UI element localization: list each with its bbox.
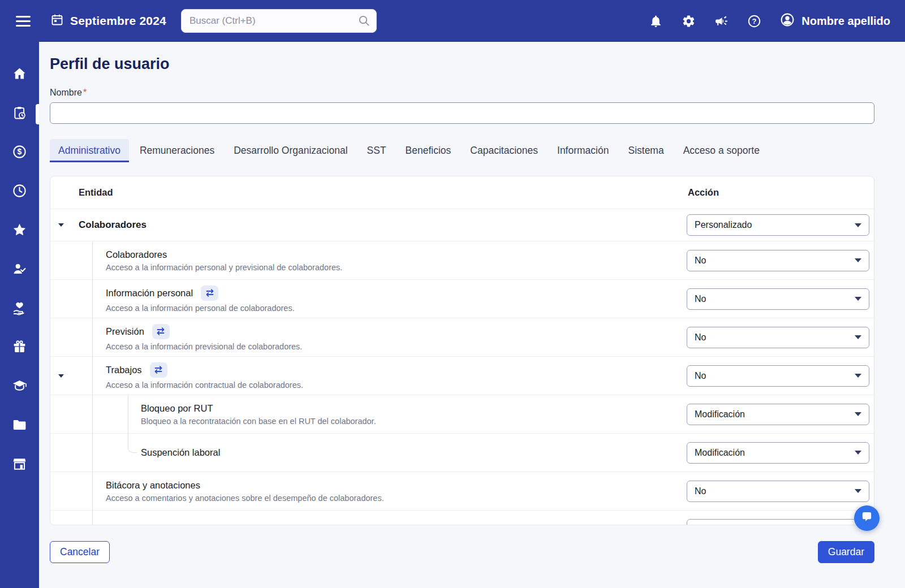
tab-bar: Administrativo Remuneraciones Desarrollo… [50, 139, 874, 162]
sidebar-item-payroll[interactable]: $ [0, 133, 39, 172]
swap-icon[interactable] [150, 362, 167, 378]
row-title: Colaboradores [79, 219, 146, 230]
sidebar-item-benefits[interactable] [0, 289, 39, 328]
table-row: Registro de asistencia [50, 510, 874, 525]
table-row: Previsión Acceso a la información previs… [50, 318, 874, 356]
sidebar: $ [0, 42, 39, 588]
row-title: Bitácora y anotaciones [106, 480, 200, 491]
sidebar-item-home[interactable] [0, 55, 39, 94]
select-caret-icon [855, 335, 861, 339]
table-row: Trabajos Acceso a la información contrac… [50, 356, 874, 395]
time-clock-icon [12, 183, 27, 201]
swap-icon[interactable] [152, 324, 170, 339]
table-row: Colaboradores Acceso a la información pe… [50, 241, 874, 279]
sidebar-item-attendance[interactable] [0, 94, 39, 133]
education-cap-icon [12, 378, 27, 396]
help-icon[interactable]: ? [747, 14, 761, 28]
select-caret-icon [855, 489, 861, 493]
settings-gear-icon[interactable] [682, 14, 696, 28]
table-row: Bitácora y anotaciones Acceso a comentar… [50, 472, 874, 510]
tab-desarrollo-organizacional[interactable]: Desarrollo Organizacional [225, 139, 356, 162]
collaborators-person-check-icon [12, 261, 27, 279]
topbar: Septiembre 2024 ? [0, 0, 905, 42]
search-input[interactable] [181, 9, 377, 33]
sidebar-item-education[interactable] [0, 368, 39, 407]
select-caret-icon [855, 374, 861, 378]
tab-beneficios[interactable]: Beneficios [397, 139, 460, 162]
user-menu[interactable]: Nombre apellido [780, 12, 890, 29]
sidebar-item-gifts[interactable] [0, 328, 39, 368]
notifications-bell-icon[interactable] [649, 14, 663, 28]
table-row: Información personal Acceso a la informa… [50, 279, 874, 318]
action-select[interactable] [687, 519, 869, 525]
chat-launcher[interactable] [854, 505, 880, 531]
action-select[interactable]: No [687, 250, 869, 271]
action-select[interactable]: Modificación [687, 442, 869, 464]
row-description: Acceso a la información previsional de c… [106, 342, 687, 351]
period-label: Septiembre 2024 [70, 14, 166, 28]
name-field-label: Nombre* [50, 88, 874, 98]
select-caret-icon [855, 451, 861, 455]
search-icon [357, 14, 370, 29]
sidebar-item-time[interactable] [0, 172, 39, 211]
tab-sst[interactable]: SST [359, 139, 395, 162]
star-icon [12, 222, 27, 240]
action-select[interactable]: No [687, 327, 869, 348]
tab-sistema[interactable]: Sistema [619, 139, 672, 162]
table-row: Colaboradores Personalizado [50, 209, 874, 241]
name-input[interactable] [50, 102, 874, 124]
tab-informacion[interactable]: Información [549, 139, 617, 162]
expand-chevron-icon[interactable] [58, 223, 64, 227]
row-title: Información personal [106, 288, 193, 299]
tab-capacitaciones[interactable]: Capacitaciones [462, 139, 546, 162]
permissions-table: Entidad Acción Colaboradores Personaliza… [50, 176, 874, 525]
row-title: Bloqueo por RUT [141, 403, 213, 414]
tab-acceso-a-soporte[interactable]: Acceso a soporte [675, 139, 768, 162]
row-description: Bloqueo a la recontratación con base en … [141, 417, 687, 426]
announcements-megaphone-icon[interactable] [714, 14, 729, 28]
row-title: Suspención laboral [141, 447, 220, 457]
chat-bubble-icon [860, 511, 873, 526]
table-row: Bloqueo por RUT Bloqueo a la recontratac… [50, 395, 874, 433]
row-title: Registro de asistencia [106, 523, 197, 525]
row-description: Acceso a la información personal y previ… [106, 263, 687, 272]
row-description: Acceso a la información personal de cola… [106, 304, 687, 313]
sidebar-item-documents[interactable] [0, 407, 39, 446]
action-select[interactable]: No [687, 288, 869, 310]
cancel-button[interactable]: Cancelar [50, 541, 110, 563]
swap-icon[interactable] [201, 286, 218, 301]
main-content: Perfil de usuario Nombre* Administrativo… [39, 42, 905, 588]
tab-remuneraciones[interactable]: Remuneraciones [131, 139, 223, 162]
svg-text:?: ? [752, 17, 757, 25]
page-title: Perfil de usuario [50, 55, 874, 73]
user-name: Nombre apellido [801, 15, 890, 28]
save-button[interactable]: Guardar [818, 541, 874, 563]
period-selector[interactable]: Septiembre 2024 [50, 13, 166, 29]
entity-header: Entidad [50, 187, 687, 198]
sidebar-item-marketplace[interactable] [0, 446, 39, 485]
row-description: Acceso a comentarios y anotaciones sobre… [106, 494, 687, 503]
action-select[interactable]: Personalizado [687, 214, 869, 236]
form-footer: Cancelar Guardar [50, 541, 874, 563]
payroll-dollar-icon: $ [12, 144, 27, 162]
sidebar-item-collaborators[interactable] [0, 250, 39, 289]
menu-icon[interactable] [16, 13, 32, 29]
action-select[interactable]: Modificación [687, 404, 869, 425]
action-header: Acción [687, 187, 874, 198]
sidebar-item-talent[interactable] [0, 211, 39, 250]
row-description: Acceso a la información contractual de c… [106, 381, 687, 390]
action-select[interactable]: No [687, 481, 869, 502]
row-title: Trabajos [106, 365, 142, 375]
benefits-hand-heart-icon [12, 300, 27, 318]
attendance-clipboard-icon [12, 105, 27, 123]
calendar-icon [50, 13, 64, 29]
documents-folder-icon [12, 417, 27, 435]
home-icon [12, 66, 27, 84]
row-title: Colaboradores [106, 249, 167, 260]
gift-icon [12, 339, 27, 357]
row-title: Previsión [106, 326, 144, 337]
user-avatar-icon [780, 12, 795, 29]
action-select[interactable]: No [687, 365, 869, 387]
expand-chevron-icon[interactable] [58, 374, 64, 378]
tab-administrativo[interactable]: Administrativo [50, 139, 129, 162]
